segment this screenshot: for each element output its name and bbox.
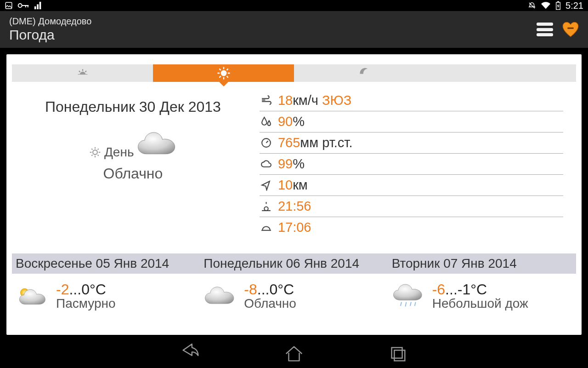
svg-rect-7 bbox=[40, 2, 41, 9]
forecast-1-low: -8 bbox=[244, 281, 257, 298]
page-title: Погода bbox=[9, 27, 91, 43]
forecast-date-2[interactable]: Вторник 07 Янв 2014 bbox=[388, 253, 576, 274]
svg-line-26 bbox=[219, 76, 220, 77]
humidity-value: 90 bbox=[278, 114, 293, 129]
svg-rect-27 bbox=[359, 74, 371, 79]
tab-day[interactable] bbox=[153, 64, 294, 82]
forecast-2-low: -6 bbox=[432, 281, 445, 298]
svg-rect-48 bbox=[392, 348, 402, 358]
pressure-value: 765 bbox=[278, 135, 300, 150]
sunrise-value: 21:56 bbox=[278, 199, 311, 214]
svg-line-35 bbox=[98, 149, 99, 150]
forecast-date-1[interactable]: Понедельник 06 Янв 2014 bbox=[200, 253, 388, 274]
nav-recent-button[interactable] bbox=[387, 343, 408, 364]
forecast-date-0[interactable]: Воскресенье 05 Янв 2014 bbox=[12, 253, 200, 274]
wind-unit: км/ч bbox=[293, 93, 318, 108]
svg-line-38 bbox=[266, 141, 268, 143]
svg-rect-49 bbox=[394, 350, 405, 361]
svg-line-15 bbox=[79, 71, 80, 72]
cloud-outline-icon bbox=[260, 158, 272, 170]
svg-rect-5 bbox=[34, 6, 36, 9]
wifi-icon bbox=[541, 1, 551, 10]
svg-line-44 bbox=[401, 302, 401, 306]
picture-icon bbox=[5, 1, 13, 10]
pressure-unit: мм рт.ст. bbox=[300, 135, 352, 150]
partly-cloudy-icon bbox=[16, 284, 48, 308]
current-condition: Облачно bbox=[11, 165, 255, 182]
metric-pressure: 765 мм рт.ст. bbox=[260, 132, 563, 154]
metric-humidity: 90% bbox=[260, 111, 563, 132]
metric-sunset: 17:06 bbox=[260, 217, 563, 238]
sun-outline-icon bbox=[89, 146, 102, 159]
svg-line-24 bbox=[226, 76, 228, 77]
current-summary: Понедельник 30 Дек 2013 День Облачно bbox=[6, 90, 260, 238]
cloud-cover-value: 99 bbox=[278, 156, 293, 172]
forecast-0-low: -2 bbox=[56, 281, 69, 298]
menu-button[interactable] bbox=[537, 23, 553, 36]
forecast-item-2[interactable]: -6...-1°C Небольшой дож bbox=[388, 282, 576, 310]
wind-icon bbox=[260, 95, 272, 106]
day-period-tabs bbox=[12, 64, 576, 82]
bars-icon bbox=[34, 1, 42, 10]
metric-sunrise: 21:56 bbox=[260, 196, 563, 217]
svg-rect-17 bbox=[77, 75, 89, 79]
header-subtitle: (DME) Домодедово bbox=[9, 16, 91, 26]
tab-night[interactable] bbox=[435, 64, 576, 82]
forecast-body: -2...0°C Пасмурно -8...0°C Облачно -6...… bbox=[12, 282, 576, 310]
wind-direction: ЗЮЗ bbox=[322, 93, 351, 108]
svg-point-39 bbox=[265, 207, 268, 211]
android-status-bar: 5:21 bbox=[0, 0, 588, 11]
android-nav-bar bbox=[0, 339, 588, 368]
current-details: 18 км/ч ЗЮЗ 90% 765 мм рт.ст. 99% 10 км … bbox=[260, 90, 582, 238]
svg-rect-0 bbox=[6, 2, 12, 9]
visibility-icon bbox=[260, 179, 272, 191]
period-label: День bbox=[104, 145, 134, 160]
sunset-value: 17:06 bbox=[278, 220, 311, 235]
sunrise-icon bbox=[260, 201, 272, 212]
favorite-button[interactable] bbox=[562, 22, 579, 37]
svg-rect-9 bbox=[557, 1, 559, 3]
svg-line-36 bbox=[91, 155, 92, 156]
status-time: 5:21 bbox=[565, 0, 583, 11]
nav-home-button[interactable] bbox=[283, 343, 305, 364]
svg-rect-10 bbox=[567, 28, 574, 29]
svg-rect-6 bbox=[37, 4, 39, 9]
svg-line-16 bbox=[85, 71, 86, 72]
cloud-icon bbox=[204, 284, 236, 308]
current-date: Понедельник 30 Дек 2013 bbox=[11, 98, 255, 115]
metric-visibility: 10 км bbox=[260, 175, 563, 196]
svg-line-23 bbox=[219, 69, 220, 70]
visibility-value: 10 bbox=[278, 178, 293, 193]
tab-evening[interactable] bbox=[294, 64, 435, 82]
rain-cloud-icon bbox=[392, 282, 424, 310]
visibility-unit: км bbox=[293, 178, 308, 193]
metric-wind: 18 км/ч ЗЮЗ bbox=[260, 90, 563, 111]
svg-point-1 bbox=[18, 4, 22, 7]
forecast-header: Воскресенье 05 Янв 2014 Понедельник 06 Я… bbox=[12, 253, 576, 274]
metric-cloud-cover: 99% bbox=[260, 154, 563, 175]
sunset-icon bbox=[260, 222, 272, 233]
forecast-0-desc: Пасмурно bbox=[56, 297, 116, 310]
svg-point-28 bbox=[93, 150, 97, 155]
cloud-icon bbox=[136, 130, 177, 159]
svg-line-47 bbox=[414, 302, 415, 306]
svg-line-33 bbox=[91, 149, 92, 150]
nav-back-button[interactable] bbox=[180, 343, 201, 364]
humidity-unit: % bbox=[293, 114, 305, 129]
svg-line-34 bbox=[98, 155, 99, 156]
forecast-item-1[interactable]: -8...0°C Облачно bbox=[200, 282, 388, 310]
key-icon bbox=[17, 1, 29, 10]
cloud-cover-unit: % bbox=[293, 156, 305, 172]
svg-line-46 bbox=[410, 302, 411, 306]
forecast-1-desc: Облачно bbox=[244, 297, 296, 310]
battery-charging-icon bbox=[555, 1, 561, 10]
app-header: (DME) Домодедово Погода bbox=[0, 11, 588, 48]
gauge-icon bbox=[260, 137, 272, 149]
tab-dawn[interactable] bbox=[12, 64, 153, 82]
wind-value: 18 bbox=[278, 93, 293, 108]
svg-line-45 bbox=[405, 302, 406, 307]
forecast-2-desc: Небольшой дож bbox=[432, 297, 528, 310]
forecast-item-0[interactable]: -2...0°C Пасмурно bbox=[12, 282, 200, 310]
svg-point-18 bbox=[220, 70, 226, 76]
svg-line-25 bbox=[226, 69, 228, 70]
